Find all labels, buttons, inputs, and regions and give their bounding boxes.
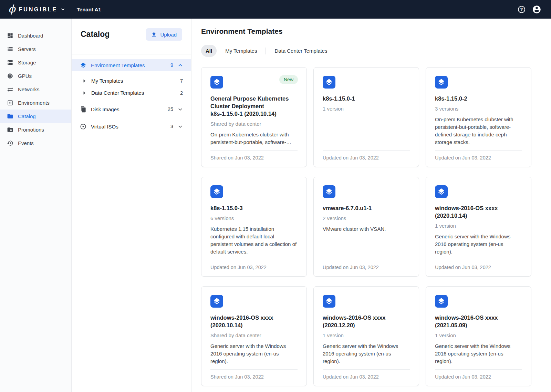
triangle-right-icon[interactable] [83, 91, 86, 95]
card-meta: 1 version [435, 223, 522, 229]
chevron-down-icon[interactable] [178, 107, 183, 112]
upload-button-label: Upload [160, 32, 177, 38]
sidebar-item-label: Dashboard [18, 33, 43, 39]
card-title: windows-2016-OS xxxx (2020.10.14) [435, 205, 522, 220]
sidebar-item-label: Storage [18, 60, 36, 65]
promotions-icon [7, 126, 13, 133]
template-card[interactable]: k8s-1.15.0-23 versionsOn-prem Kubernetes… [426, 67, 531, 167]
layers-icon [435, 295, 448, 308]
filter-chip-all[interactable]: All [201, 45, 217, 57]
template-card[interactable]: k8s-1.15.0-36 versionsKubernetes 1.15 in… [201, 177, 307, 277]
sidebar-item-catalog[interactable]: Catalog [0, 110, 71, 123]
catalog-panel: Catalog Upload Environment Templates9My … [72, 19, 191, 392]
upload-button[interactable]: Upload [146, 28, 182, 41]
gpus-icon [7, 73, 13, 79]
tenant-switcher[interactable]: ϕ FUNGIBLE [8, 5, 65, 14]
card-description: On-prem Kubernetes clubster with persist… [210, 131, 298, 146]
sidebar-item-gpus[interactable]: GPUs [0, 69, 71, 83]
card-title: vmware-6.7.0.u1-1 [323, 205, 410, 212]
layers-icon [323, 185, 335, 198]
template-card[interactable]: windows-2016-OS xxxx (2020.10.14)1 versi… [426, 177, 531, 277]
card-footer-date: Updated on Jun 03, 2022 [210, 260, 298, 270]
tree-item-count: 25 [168, 106, 173, 112]
chip-divider [266, 48, 266, 54]
servers-icon [7, 46, 13, 52]
sidebar-item-label: Catalog [18, 113, 36, 119]
sidebar-item-storage[interactable]: Storage [0, 56, 71, 69]
tree-item-virtual-isos[interactable]: Virtual ISOs3 [72, 120, 191, 133]
catalog-icon [7, 113, 13, 120]
tree-item-count: 2 [180, 90, 183, 96]
card-title: k8s-1.15.0-1 [323, 95, 410, 103]
sidebar-item-promotions[interactable]: Promotions [0, 123, 71, 136]
filter-chip-my-templates[interactable]: My Templates [225, 48, 257, 54]
tree-item-label: My Templates [91, 78, 180, 84]
card-description: Generic server with the Windows 2016 ope… [323, 342, 410, 365]
template-card[interactable]: windows-2016-OS xxxx (2021.05.09)1 versi… [426, 286, 531, 386]
account-icon[interactable] [532, 5, 541, 14]
main-content: Environment Templates AllMy TemplatesDat… [191, 19, 551, 392]
card-title: windows-2016-OS xxxx (2020.12.20) [323, 314, 410, 329]
tree-item-label: Environment Templates [91, 62, 170, 68]
layers-icon [435, 76, 448, 89]
template-card[interactable]: NewGeneral Purpose Kubernetes Cluster De… [201, 67, 307, 167]
tree-item-count: 3 [170, 124, 173, 129]
layers-icon [210, 295, 223, 308]
layers-icon [210, 76, 223, 89]
card-description: Kubernetes 1.15 installation configured … [210, 225, 298, 256]
sidebar-item-label: Events [18, 140, 34, 146]
card-footer-date: Updated on Jun 03, 2022 [435, 150, 522, 161]
help-icon[interactable]: ? [518, 6, 525, 13]
layers-icon [323, 76, 335, 89]
card-title: k8s-1.15.0-2 [435, 95, 522, 103]
card-title: windows-2016-OS xxxx (2020.10.14) [210, 314, 298, 329]
template-card[interactable]: vmware-6.7.0.u1-12 versionsVMware cluste… [313, 177, 419, 277]
layers-icon [210, 185, 223, 198]
fungible-logo-icon: ϕ [8, 4, 15, 14]
sidebar-item-events[interactable]: Events [0, 136, 71, 150]
sidebar: DashboardServersStorageGPUsNetworksEnvir… [0, 19, 72, 392]
card-footer-date: Shared on Jun 03, 2022 [210, 150, 298, 161]
sidebar-item-label: Servers [18, 46, 36, 52]
card-footer-date: Updated on Jun 03, 2022 [323, 260, 410, 270]
card-description: Generic server with the Windows 2016 ope… [435, 233, 522, 256]
sidebar-item-label: Environments [18, 100, 50, 106]
card-footer-date: Updated on Jun 03, 2022 [323, 150, 410, 161]
card-meta: 1 version [323, 332, 410, 338]
catalog-panel-title: Catalog [81, 30, 110, 39]
triangle-right-icon[interactable] [83, 79, 86, 83]
filter-chip-data-center-templates[interactable]: Data Center Templates [274, 48, 327, 54]
tree-item-label: Data Center Templates [91, 90, 180, 96]
card-meta: Shared by data center [210, 121, 298, 127]
chevron-down-icon[interactable] [178, 124, 183, 129]
sidebar-item-environments[interactable]: Environments [0, 96, 71, 110]
template-card[interactable]: k8s-1.15.0-11 versionUpdated on Jun 03, … [313, 67, 419, 167]
tree-item-my-templates[interactable]: My Templates7 [72, 75, 191, 87]
card-description: On-prem Kubernetes clubster with persist… [435, 116, 522, 146]
disc-icon [80, 123, 86, 130]
card-meta: 3 versions [435, 106, 522, 112]
template-card[interactable]: windows-2016-OS xxxx (2020.12.20)1 versi… [313, 286, 419, 386]
card-description: VMware cluster with VSAN. [323, 225, 410, 233]
sidebar-item-networks[interactable]: Networks [0, 83, 71, 96]
template-card[interactable]: windows-2016-OS xxxx (2020.10.14)Shared … [201, 286, 307, 386]
layers-icon [435, 185, 448, 198]
chevron-up-icon[interactable] [178, 63, 183, 68]
layers-icon [323, 295, 335, 308]
environments-icon [7, 100, 13, 106]
topbar: ϕ FUNGIBLE Tenant A1 ? [0, 0, 551, 19]
catalog-panel-header: Catalog Upload [72, 19, 191, 54]
sidebar-item-label: Promotions [18, 127, 44, 133]
tree-item-disk-images[interactable]: Disk Images25 [72, 103, 191, 115]
sidebar-item-servers[interactable]: Servers [0, 42, 71, 56]
copy-icon [80, 106, 86, 113]
card-footer-date: Updated on Jun 03, 2022 [323, 369, 410, 380]
card-description: Generic server with the Windows 2016 ope… [435, 342, 522, 365]
sidebar-item-dashboard[interactable]: Dashboard [0, 29, 71, 42]
tree-item-environment-templates[interactable]: Environment Templates9 [72, 59, 191, 71]
events-icon [7, 140, 13, 146]
card-meta: 1 version [323, 106, 410, 112]
card-footer-date: Updated on Jun 03, 2022 [435, 260, 522, 270]
tree-item-data-center-templates[interactable]: Data Center Templates2 [72, 87, 191, 99]
card-title: k8s-1.15.0-3 [210, 205, 298, 212]
